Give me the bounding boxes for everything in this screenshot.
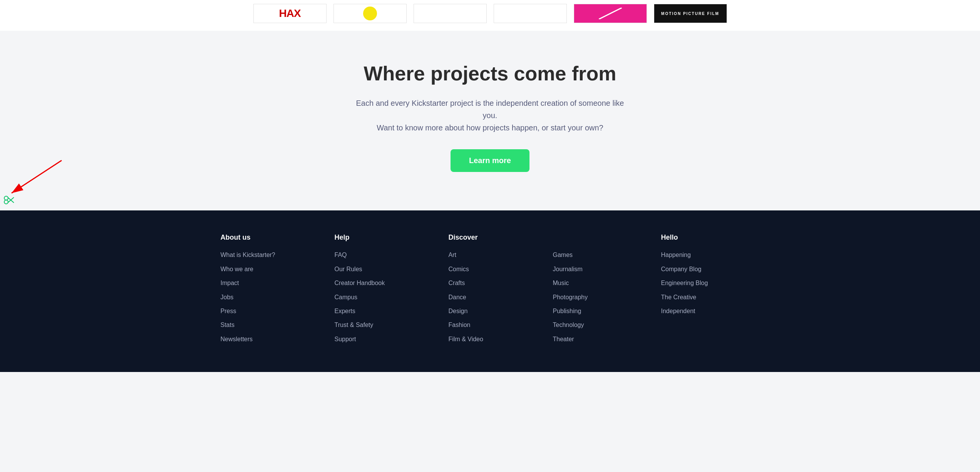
list-item[interactable]: Journalism bbox=[553, 265, 646, 274]
list-item[interactable]: Music bbox=[553, 279, 646, 287]
hero-title: Where projects come from bbox=[15, 62, 965, 85]
hero-subtitle: Each and every Kickstarter project is th… bbox=[352, 97, 629, 134]
discover-inner: Art Comics Crafts Dance Design Fashion F… bbox=[449, 251, 646, 349]
list-item[interactable]: What is Kickstarter? bbox=[221, 251, 319, 259]
hax-logo: HAX bbox=[279, 7, 300, 20]
hero-subtitle-line2: Want to know more about how projects hap… bbox=[377, 123, 603, 132]
about-link-6[interactable]: Newsletters bbox=[221, 336, 253, 342]
help-link-2[interactable]: Creator Handbook bbox=[335, 280, 385, 286]
list-item[interactable]: The Creative bbox=[661, 293, 760, 302]
help-link-5[interactable]: Trust & Safety bbox=[335, 322, 374, 328]
help-link-6[interactable]: Support bbox=[335, 336, 356, 342]
footer-about-heading: About us bbox=[221, 233, 319, 242]
discover-link-c2-2[interactable]: Music bbox=[553, 280, 569, 286]
list-item[interactable]: Stats bbox=[221, 321, 319, 329]
list-item[interactable]: Press bbox=[221, 307, 319, 315]
discover-link-c1-5[interactable]: Fashion bbox=[449, 322, 471, 328]
hello-link-3[interactable]: The Creative bbox=[661, 294, 697, 300]
hello-link-1[interactable]: Company Blog bbox=[661, 266, 702, 272]
footer-col-discover: Discover Art Comics Crafts Dance Design … bbox=[449, 233, 646, 349]
list-item[interactable]: Independent bbox=[661, 307, 760, 315]
hero-section: Where projects come from Each and every … bbox=[0, 31, 980, 210]
footer-col-hello: Hello Happening Company Blog Engineering… bbox=[661, 233, 760, 349]
hello-link-2[interactable]: Engineering Blog bbox=[661, 280, 708, 286]
list-item[interactable]: Happening bbox=[661, 251, 760, 259]
list-item[interactable]: Newsletters bbox=[221, 335, 319, 344]
help-link-4[interactable]: Experts bbox=[335, 308, 355, 314]
discover-link-c1-1[interactable]: Comics bbox=[449, 266, 469, 272]
brand-card-pink bbox=[574, 4, 647, 23]
footer-help-heading: Help bbox=[335, 233, 433, 242]
discover-link-c1-3[interactable]: Dance bbox=[449, 294, 466, 300]
discover-list-col2: Games Journalism Music Photography Publi… bbox=[553, 251, 646, 349]
brand-card-blank1 bbox=[414, 4, 487, 23]
discover-link-c2-0[interactable]: Games bbox=[553, 252, 573, 258]
learn-more-button[interactable]: Learn more bbox=[451, 149, 529, 172]
list-item[interactable]: Creator Handbook bbox=[335, 279, 433, 287]
discover-link-c1-4[interactable]: Design bbox=[449, 308, 468, 314]
discover-link-c2-6[interactable]: Theater bbox=[553, 336, 574, 342]
about-link-2[interactable]: Impact bbox=[221, 280, 239, 286]
brand-card-yellow bbox=[333, 4, 407, 23]
footer-col-about: About us What is Kickstarter? Who we are… bbox=[221, 233, 319, 349]
footer-grid: About us What is Kickstarter? Who we are… bbox=[221, 233, 760, 349]
discover-list-col1: Art Comics Crafts Dance Design Fashion F… bbox=[449, 251, 541, 349]
footer-col-help: Help FAQ Our Rules Creator Handbook Camp… bbox=[335, 233, 433, 349]
about-link-0[interactable]: What is Kickstarter? bbox=[221, 252, 275, 258]
help-link-0[interactable]: FAQ bbox=[335, 252, 347, 258]
scissors-icon bbox=[3, 194, 15, 206]
help-link-1[interactable]: Our Rules bbox=[335, 266, 362, 272]
list-item[interactable]: Support bbox=[335, 335, 433, 344]
discover-link-c2-3[interactable]: Photography bbox=[553, 294, 588, 300]
list-item[interactable]: Games bbox=[553, 251, 646, 259]
footer-help-list: FAQ Our Rules Creator Handbook Campus Ex… bbox=[335, 251, 433, 344]
help-link-3[interactable]: Campus bbox=[335, 294, 358, 300]
list-item[interactable]: Crafts bbox=[449, 279, 541, 287]
discover-link-c2-5[interactable]: Technology bbox=[553, 322, 584, 328]
discover-link-c2-4[interactable]: Publishing bbox=[553, 308, 581, 314]
list-item[interactable]: Theater bbox=[553, 335, 646, 344]
list-item[interactable]: Campus bbox=[335, 293, 433, 302]
about-link-4[interactable]: Press bbox=[221, 308, 236, 314]
svg-point-0 bbox=[363, 7, 377, 20]
list-item[interactable]: Engineering Blog bbox=[661, 279, 760, 287]
list-item[interactable]: Comics bbox=[449, 265, 541, 274]
about-link-5[interactable]: Stats bbox=[221, 322, 235, 328]
list-item[interactable]: Impact bbox=[221, 279, 319, 287]
list-item[interactable]: Technology bbox=[553, 321, 646, 329]
list-item[interactable]: Film & Video bbox=[449, 335, 541, 344]
brand-card-hax: HAX bbox=[253, 4, 327, 23]
svg-point-5 bbox=[4, 200, 8, 204]
list-item[interactable]: Fashion bbox=[449, 321, 541, 329]
svg-line-1 bbox=[599, 8, 622, 19]
discover-link-c1-2[interactable]: Crafts bbox=[449, 280, 465, 286]
svg-line-3 bbox=[12, 160, 62, 193]
discover-link-c1-0[interactable]: Art bbox=[449, 252, 456, 258]
footer-about-list: What is Kickstarter? Who we are Impact J… bbox=[221, 251, 319, 344]
list-item[interactable]: Dance bbox=[449, 293, 541, 302]
list-item[interactable]: Company Blog bbox=[661, 265, 760, 274]
list-item[interactable]: Trust & Safety bbox=[335, 321, 433, 329]
footer-hello-list: Happening Company Blog Engineering Blog … bbox=[661, 251, 760, 315]
list-item[interactable]: Design bbox=[449, 307, 541, 315]
hello-link-4[interactable]: Independent bbox=[661, 308, 695, 314]
list-item[interactable]: Our Rules bbox=[335, 265, 433, 274]
discover-link-c2-1[interactable]: Journalism bbox=[553, 266, 583, 272]
scissors-annotation bbox=[3, 194, 15, 207]
brand-card-blank2 bbox=[494, 4, 567, 23]
svg-point-4 bbox=[4, 196, 8, 200]
about-link-1[interactable]: Who we are bbox=[221, 266, 253, 272]
pink-logo-icon bbox=[599, 8, 622, 19]
brand-strip: HAX MOTION PICTURE FILM bbox=[0, 0, 980, 31]
list-item[interactable]: Experts bbox=[335, 307, 433, 315]
hello-link-0[interactable]: Happening bbox=[661, 252, 691, 258]
list-item[interactable]: Photography bbox=[553, 293, 646, 302]
discover-link-c1-6[interactable]: Film & Video bbox=[449, 336, 483, 342]
about-link-3[interactable]: Jobs bbox=[221, 294, 234, 300]
list-item[interactable]: Art bbox=[449, 251, 541, 259]
list-item[interactable]: FAQ bbox=[335, 251, 433, 259]
film-label: MOTION PICTURE FILM bbox=[661, 12, 719, 16]
list-item[interactable]: Jobs bbox=[221, 293, 319, 302]
list-item[interactable]: Publishing bbox=[553, 307, 646, 315]
list-item[interactable]: Who we are bbox=[221, 265, 319, 274]
